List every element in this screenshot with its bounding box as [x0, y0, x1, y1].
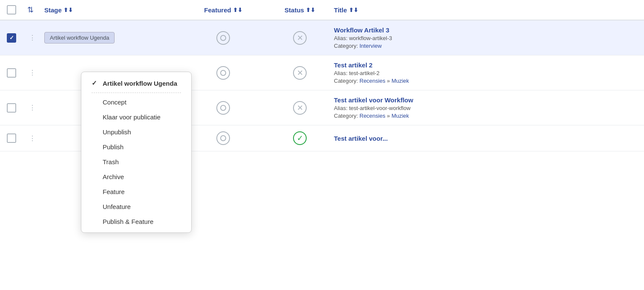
featured-sort-button[interactable]: Featured ⬆⬇	[204, 6, 242, 14]
dropdown-item-unfeature[interactable]: Unfeature	[81, 199, 191, 214]
row1-category-link[interactable]: Interview	[359, 43, 382, 49]
title-sort-icon: ⬆⬇	[349, 7, 358, 13]
row1-drag: ⋮	[27, 34, 44, 42]
drag-handle-icon[interactable]: ⋮	[27, 135, 37, 142]
row2-featured-icon[interactable]	[216, 66, 230, 80]
dropdown-item-archive[interactable]: Archive	[81, 169, 191, 184]
drag-handle-icon[interactable]: ⋮	[27, 104, 37, 111]
row3-checkbox-col	[7, 103, 27, 113]
row1-title-link[interactable]: Workflow Artikel 3	[334, 26, 389, 34]
row1-checkbox[interactable]	[7, 33, 16, 43]
row4-checkbox[interactable]	[7, 133, 16, 143]
row1-alias: Alias: workflow-artikel-3	[334, 35, 637, 41]
row2-status-cell: ✕	[266, 66, 334, 80]
row2-alias: Alias: test-artikel-2	[334, 70, 637, 76]
dropdown-item-concept[interactable]: Concept	[81, 95, 191, 110]
sort-arrows-icon[interactable]: ⇅	[27, 6, 34, 14]
select-all-checkbox[interactable]	[7, 5, 16, 14]
row4-title-cell: Test artikel voor...	[334, 135, 637, 142]
drag-handle-icon[interactable]: ⋮	[27, 69, 37, 76]
title-header: Title ⬆⬇	[334, 6, 637, 14]
row4-featured-icon[interactable]	[216, 131, 230, 145]
status-header: Status ⬆⬇	[266, 6, 334, 14]
row3-title-cell: Test artikel voor Workflow Alias: test-a…	[334, 96, 637, 119]
status-sort-button[interactable]: Status ⬆⬇	[285, 6, 315, 14]
row1-checkbox-col	[7, 33, 27, 43]
dropdown-item-workflow[interactable]: ✓ Artikel workflow Ugenda	[81, 75, 191, 91]
row1-title-cell: Workflow Artikel 3 Alias: workflow-artik…	[334, 26, 637, 49]
row1-stage-cell: Artikel workflow Ugenda	[44, 32, 181, 44]
stage-sort-icon: ⬆⬇	[63, 7, 73, 13]
row2-drag: ⋮	[27, 69, 44, 77]
checkmark-icon: ✓	[92, 79, 99, 87]
row1-featured-icon[interactable]	[216, 31, 230, 45]
row3-featured-cell	[181, 101, 266, 115]
row3-title-link[interactable]: Test artikel voor Workflow	[334, 96, 413, 104]
row3-category2-link[interactable]: Muziek	[391, 113, 409, 119]
table-row: ⋮ Artikel workflow Ugenda ✕ Workflow Art…	[0, 20, 644, 55]
dropdown-item-feature[interactable]: Feature	[81, 184, 191, 199]
stage-header: Stage ⬆⬇	[44, 6, 181, 14]
dropdown-item-unpublish[interactable]: Unpublish	[81, 125, 191, 139]
header-checkbox-col	[7, 5, 27, 14]
row3-category: Category: Recensies » Muziek	[334, 113, 637, 119]
featured-inner-circle	[220, 35, 226, 41]
row3-status-cell: ✕	[266, 101, 334, 115]
featured-inner-circle	[220, 105, 226, 111]
row1-status-cell: ✕	[266, 31, 334, 45]
row2-category2-link[interactable]: Muziek	[391, 78, 409, 84]
dropdown-item-trash[interactable]: Trash	[81, 154, 191, 169]
row1-stage-button[interactable]: Artikel workflow Ugenda	[44, 32, 115, 44]
row2-category-link[interactable]: Recensies	[359, 78, 385, 84]
featured-inner-circle	[220, 70, 226, 76]
row3-checkbox[interactable]	[7, 103, 16, 113]
row1-category: Category: Interview	[334, 43, 637, 49]
row3-drag: ⋮	[27, 104, 44, 112]
stage-dropdown: ✓ Artikel workflow Ugenda Concept Klaar …	[81, 72, 192, 233]
row2-title-link[interactable]: Test artikel 2	[334, 61, 373, 69]
dropdown-item-klaar[interactable]: Klaar voor publicatie	[81, 110, 191, 125]
row2-checkbox-col	[7, 68, 27, 78]
status-sort-icon: ⬆⬇	[306, 7, 315, 13]
row1-featured-cell	[181, 31, 266, 45]
dropdown-divider	[92, 93, 181, 93]
row2-featured-cell	[181, 66, 266, 80]
row4-status-cell: ✓	[266, 131, 334, 145]
stage-sort-button[interactable]: Stage ⬆⬇	[44, 6, 181, 14]
row4-title-link[interactable]: Test artikel voor...	[334, 135, 388, 142]
featured-inner-circle	[220, 135, 226, 141]
row1-status-icon[interactable]: ✕	[293, 31, 307, 45]
header-drag-col: ⇅	[27, 5, 44, 14]
articles-table: ⇅ Stage ⬆⬇ Featured ⬆⬇ Status ⬆⬇ Title ⬆…	[0, 0, 644, 290]
title-sort-button[interactable]: Title ⬆⬇	[334, 6, 637, 14]
row4-status-icon[interactable]: ✓	[293, 131, 307, 145]
dropdown-item-publish-feature[interactable]: Publish & Feature	[81, 214, 191, 229]
featured-sort-icon: ⬆⬇	[233, 7, 242, 13]
dropdown-item-publish[interactable]: Publish	[81, 139, 191, 154]
row3-status-icon[interactable]: ✕	[293, 101, 307, 115]
row2-status-icon[interactable]: ✕	[293, 66, 307, 80]
row3-alias: Alias: test-artikel-voor-workflow	[334, 105, 637, 111]
row2-checkbox[interactable]	[7, 68, 16, 78]
row3-category-link[interactable]: Recensies	[359, 113, 385, 119]
row2-category: Category: Recensies » Muziek	[334, 78, 637, 84]
row4-featured-cell	[181, 131, 266, 145]
row4-checkbox-col	[7, 133, 27, 143]
table-header: ⇅ Stage ⬆⬇ Featured ⬆⬇ Status ⬆⬇ Title ⬆…	[0, 0, 644, 20]
row3-featured-icon[interactable]	[216, 101, 230, 115]
row4-drag: ⋮	[27, 134, 44, 142]
row2-title-cell: Test artikel 2 Alias: test-artikel-2 Cat…	[334, 61, 637, 84]
featured-header: Featured ⬆⬇	[181, 6, 266, 14]
drag-handle-icon[interactable]: ⋮	[27, 34, 37, 41]
